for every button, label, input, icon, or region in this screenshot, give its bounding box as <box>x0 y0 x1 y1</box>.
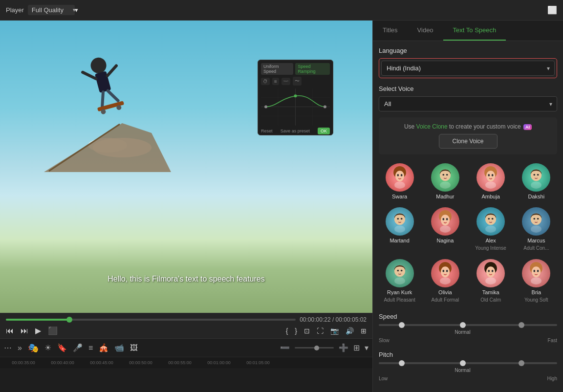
svg-point-56 <box>397 270 399 272</box>
voice-filter-wrap[interactable]: All Male Female ▾ <box>379 96 557 111</box>
svg-point-35 <box>534 174 536 176</box>
voice-name: Tamika <box>482 289 499 295</box>
video-overlay-btn[interactable]: 📹 <box>114 343 124 352</box>
timeline-ruler: 00:00:35:0000:00:40:0000:00:45:0000:00:5… <box>0 357 372 368</box>
uniform-speed-tab[interactable]: Uniform Speed <box>261 63 293 75</box>
voice-card-swara[interactable]: Swara <box>379 161 420 201</box>
audio-button[interactable]: 🔊 <box>346 327 354 335</box>
voice-card-bria[interactable]: BriaYoung Soft <box>516 257 557 305</box>
pitch-slider-thumb-2[interactable] <box>460 360 466 366</box>
mic-btn[interactable]: 🎤 <box>73 343 83 352</box>
quality-select-wrap[interactable]: Full Quality Half Quality ▾ <box>28 5 78 15</box>
ruler-mark: 00:01:00:00 <box>199 360 238 365</box>
split-btn[interactable]: ≡ <box>88 344 93 352</box>
image-btn[interactable]: 🖼 <box>130 344 138 352</box>
voice-face-dakshi <box>525 166 547 189</box>
voice-card-nagina[interactable]: Nagina <box>424 205 466 253</box>
voice-filter-select[interactable]: All Male Female <box>379 96 557 111</box>
svg-point-54 <box>531 225 541 233</box>
svg-point-57 <box>400 270 402 272</box>
insert-button[interactable]: ⊡ <box>304 327 310 335</box>
play-button[interactable]: ▶ <box>35 326 41 335</box>
voice-tag: Adult Con... <box>523 245 549 251</box>
speed-section: Speed Normal Slow Fast <box>379 313 557 343</box>
settings-button[interactable]: ⊞ <box>361 327 367 335</box>
mark-in-button[interactable]: { <box>286 327 288 335</box>
voice-card-madhur[interactable]: Madhur <box>424 161 466 201</box>
voice-card-dakshi[interactable]: Dakshi <box>516 161 557 201</box>
effects-btn[interactable]: ☀ <box>44 343 51 352</box>
svg-point-66 <box>488 270 490 272</box>
speed-slider-track[interactable]: Normal <box>379 324 557 326</box>
language-select-wrap[interactable]: Hindi (India) English (US) English (UK) … <box>381 61 555 76</box>
voice-card-marcus[interactable]: MarcusAdult Con... <box>516 205 557 253</box>
save-preset-label[interactable]: Save as preset <box>281 129 310 133</box>
screenshot-button[interactable]: 📷 <box>330 327 339 335</box>
speed-ramping-tab[interactable]: Speed Ramping <box>295 63 330 75</box>
person-btn[interactable]: 🎪 <box>99 343 108 352</box>
pitch-slider-labels: Low High <box>379 376 557 381</box>
timeline-settings-btn[interactable]: ⋯ <box>4 343 12 352</box>
svg-point-48 <box>488 218 490 220</box>
voice-face-olivia <box>434 262 456 284</box>
pitch-slider-wrap: Normal <box>379 362 557 364</box>
svg-point-43 <box>441 215 450 225</box>
voice-card-tamika[interactable]: TamikaOld Calm <box>470 257 512 305</box>
head-icon[interactable]: 🎭 <box>28 343 39 353</box>
ok-button[interactable]: OK <box>318 128 330 134</box>
more-btn[interactable]: ▾ <box>365 343 368 352</box>
zoom-slider-thumb[interactable] <box>314 346 319 350</box>
frame-back-button[interactable]: ⏭ <box>21 327 28 335</box>
voice-avatar-ryan kurk <box>386 259 414 287</box>
pitch-low-label: Low <box>379 376 388 381</box>
speed-slider-thumb-2[interactable] <box>460 322 466 328</box>
pitch-slider-track[interactable]: Normal <box>379 362 557 364</box>
svg-point-72 <box>537 270 539 272</box>
tab-text-to-speech[interactable]: Text To Speech <box>443 21 506 41</box>
voice-clone-link[interactable]: Voice Clone <box>416 123 448 130</box>
right-tabs: Titles Video Text To Speech <box>373 21 563 41</box>
voice-face-bria <box>525 262 547 284</box>
reset-label[interactable]: Reset <box>261 129 273 133</box>
progress-bar[interactable] <box>6 319 296 321</box>
voice-face-ambuja <box>479 166 502 189</box>
mark-out-button[interactable]: } <box>295 327 297 335</box>
speed-slider-thumb[interactable] <box>399 322 405 328</box>
voice-avatar-dakshi <box>522 163 550 192</box>
tab-titles[interactable]: Titles <box>373 21 408 41</box>
grid-view-btn[interactable]: ⊞ <box>353 343 360 352</box>
svg-point-32 <box>492 174 494 176</box>
tl-zoom-group: ➖ ➕ ⊞ ▾ <box>280 343 368 352</box>
speed-slider-thumb-3[interactable] <box>519 322 524 328</box>
clone-banner: Use Voice Clone to create your custom vo… <box>379 117 557 154</box>
zoom-slider[interactable] <box>295 347 334 348</box>
pitch-slider-thumb-3[interactable] <box>519 360 524 366</box>
clone-voice-button[interactable]: Clone Voice <box>439 134 498 149</box>
voice-card-martand[interactable]: Martand <box>379 205 420 253</box>
voice-avatar-olivia <box>431 259 459 287</box>
zoom-out-btn[interactable]: ➖ <box>280 343 290 352</box>
language-select[interactable]: Hindi (India) English (US) English (UK) … <box>381 61 555 76</box>
voice-avatar-nagina <box>431 207 459 236</box>
markers-btn[interactable]: 🔖 <box>57 343 67 352</box>
voice-card-ambuja[interactable]: Ambuja <box>470 161 512 201</box>
svg-point-30 <box>486 171 495 181</box>
voice-face-tamika <box>479 262 502 284</box>
quality-select[interactable]: Full Quality Half Quality <box>28 5 75 15</box>
voice-card-ryan-kurk[interactable]: Ryan KurkAdult Pleasant <box>379 257 420 305</box>
voice-card-alex[interactable]: AlexYoung Intense <box>470 205 512 253</box>
right-panel: Titles Video Text To Speech Language Hin… <box>372 21 563 392</box>
zoom-in-btn[interactable]: ➕ <box>339 343 348 352</box>
pitch-slider-thumb[interactable] <box>399 360 405 366</box>
voice-face-madhur <box>434 166 456 189</box>
monitor-icon: ⬜ <box>547 5 557 15</box>
voice-filter-select-wrap[interactable]: All Male Female ▾ <box>379 96 557 111</box>
tab-video[interactable]: Video <box>408 21 443 41</box>
voice-name: Martand <box>390 238 409 243</box>
timeline-expand-btn[interactable]: » <box>18 344 22 352</box>
progress-thumb[interactable] <box>66 317 72 323</box>
stop-button[interactable]: ⬛ <box>48 326 58 335</box>
voice-card-olivia[interactable]: OliviaAdult Formal <box>424 257 466 305</box>
step-back-button[interactable]: ⏮ <box>6 327 14 335</box>
fullscreen-button[interactable]: ⛶ <box>317 327 324 335</box>
